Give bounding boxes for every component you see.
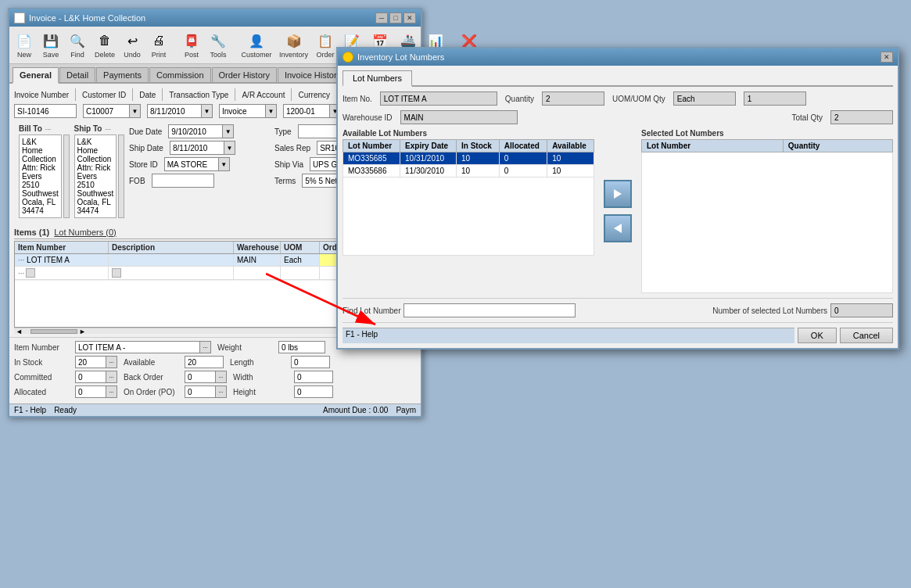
customer-button[interactable]: 👤 Customer	[239, 29, 274, 61]
back-order-btn[interactable]: ···	[216, 371, 227, 383]
in-stock-input[interactable]	[75, 356, 106, 368]
due-date-dropdown[interactable]: ▼	[223, 124, 234, 138]
tab-payments[interactable]: Payments	[96, 67, 149, 82]
move-left-button[interactable]	[604, 214, 632, 242]
lot-dialog-close-button[interactable]: ✕	[881, 52, 893, 63]
ship-to-scroll[interactable]	[118, 134, 124, 218]
find-label: Find	[70, 51, 84, 59]
lot-uom-label: UOM/UOM Qty	[612, 95, 665, 103]
items-tab-lot-numbers[interactable]: Lot Numbers (0)	[54, 228, 116, 237]
ship-to-expand[interactable]: ···	[105, 125, 111, 133]
print-button[interactable]: 🖨 Print	[147, 29, 170, 61]
customer-id-dropdown[interactable]: ▼	[130, 104, 141, 118]
move-right-button[interactable]	[604, 180, 632, 208]
height-input[interactable]	[294, 385, 333, 398]
avail-row-2[interactable]: MO335686 11/30/2010 10 0 10	[343, 165, 594, 177]
due-date-input[interactable]	[168, 124, 223, 138]
invoice-number-input[interactable]	[14, 104, 77, 118]
committed-btn[interactable]: ···	[106, 371, 117, 383]
invoice-number-label: Invoice Number	[14, 91, 69, 99]
undo-icon: ↩	[123, 31, 142, 50]
scroll-thumb[interactable]	[30, 329, 77, 334]
committed-field: ···	[75, 371, 117, 383]
on-order-po-input[interactable]	[185, 385, 216, 398]
tab-order-history[interactable]: Order History	[212, 67, 277, 82]
avail-col-allocated: Allocated	[499, 140, 547, 152]
item-number-input[interactable]	[75, 341, 200, 353]
committed-input[interactable]	[75, 371, 106, 383]
width-label: Width	[233, 373, 288, 382]
length-label: Length	[230, 358, 285, 367]
weight-input[interactable]	[278, 341, 325, 353]
window-icon	[14, 13, 25, 23]
length-input[interactable]	[291, 356, 330, 368]
tab-general[interactable]: General	[13, 67, 59, 84]
on-order-po-btn[interactable]: ···	[216, 385, 227, 398]
tools-button[interactable]: 🔧 Tools	[206, 29, 230, 61]
item-number-btn[interactable]: ···	[200, 341, 211, 353]
allocated-input[interactable]	[75, 385, 106, 398]
order-button[interactable]: 📋 Order	[314, 29, 337, 61]
ship-date-row: Ship Date ▼	[129, 141, 270, 155]
store-id-input[interactable]	[164, 157, 219, 171]
avail-row-1[interactable]: MO335685 10/31/2010 10 0 10	[343, 152, 594, 165]
on-order-po-label: On Order (PO)	[124, 388, 178, 396]
grid-cell-item-number-1: ··· LOT ITEM A	[15, 254, 109, 266]
arrow-right-icon	[611, 187, 625, 201]
fob-label: FOB	[129, 177, 145, 185]
close-button[interactable]: ✕	[403, 13, 416, 23]
avail-row-1-allocated: 0	[499, 152, 547, 165]
store-id-dropdown[interactable]: ▼	[219, 157, 230, 171]
find-icon: 🔍	[68, 31, 87, 50]
ship-to-line-3: 2510 Southwest	[77, 181, 114, 198]
ship-to-line-4: Ocala, FL 34474	[77, 198, 114, 215]
customer-id-input[interactable]	[83, 104, 130, 118]
ar-account-input[interactable]	[283, 104, 330, 118]
inventory-label: Inventory	[279, 51, 308, 59]
new-button[interactable]: 📄 New	[13, 29, 36, 61]
minimize-button[interactable]: ─	[375, 13, 388, 23]
transaction-type-input[interactable]	[219, 104, 266, 118]
bill-to-expand[interactable]: ···	[45, 125, 52, 133]
items-tab-items[interactable]: Items (1)	[14, 228, 49, 237]
inventory-button[interactable]: 📦 Inventory	[277, 29, 310, 61]
bill-to-box: L&K Home Collection Attn: Rick Evers 251…	[19, 134, 62, 218]
bill-to-scroll[interactable]	[63, 134, 70, 218]
available-lot-table: Lot Number Expiry Date In Stock Allocate…	[343, 139, 594, 256]
allocated-btn[interactable]: ···	[106, 385, 117, 398]
undo-button[interactable]: ↩ Undo	[120, 29, 144, 61]
date-dropdown[interactable]: ▼	[202, 104, 213, 118]
find-lot-input[interactable]	[403, 303, 576, 317]
available-lot-title: Available Lot Numbers	[343, 129, 594, 138]
col-uom: UOM	[281, 242, 320, 253]
width-input[interactable]	[294, 371, 333, 383]
lot-cancel-button[interactable]: Cancel	[840, 328, 893, 343]
window-title: Invoice - L&K Home Collection	[29, 13, 145, 23]
find-button[interactable]: 🔍 Find	[66, 29, 89, 61]
tab-commission[interactable]: Commission	[149, 67, 211, 82]
ship-date-dropdown[interactable]: ▼	[224, 141, 235, 155]
fob-input[interactable]	[152, 174, 214, 188]
tab-detail[interactable]: Detail	[59, 67, 95, 82]
bill-to-label: Bill To ···	[19, 124, 70, 133]
scroll-left[interactable]: ◄	[16, 328, 23, 335]
in-stock-btn[interactable]: ···	[106, 356, 117, 368]
bill-to-line-3: 2510 Southwest	[22, 181, 59, 198]
customer-label: Customer	[242, 51, 272, 59]
lot-tab-lot-numbers[interactable]: Lot Numbers	[343, 70, 412, 87]
save-button[interactable]: 💾 Save	[39, 29, 63, 61]
lot-ok-button[interactable]: OK	[798, 328, 837, 343]
scroll-right[interactable]: ►	[79, 328, 86, 335]
ship-date-input[interactable]	[170, 141, 224, 155]
transaction-type-dropdown[interactable]: ▼	[266, 104, 277, 118]
avail-empty-rows	[343, 177, 594, 256]
lot-dialog-title-left: Inventory Lot Numbers	[343, 52, 444, 63]
back-order-field: ···	[185, 371, 227, 383]
divider3	[162, 88, 163, 101]
back-order-input[interactable]	[185, 371, 216, 383]
available-input[interactable]	[185, 356, 224, 368]
post-button[interactable]: 📮 Post	[180, 29, 203, 61]
delete-button[interactable]: 🗑 Delete	[92, 29, 117, 61]
date-input[interactable]	[147, 104, 202, 118]
maximize-button[interactable]: □	[389, 13, 402, 23]
